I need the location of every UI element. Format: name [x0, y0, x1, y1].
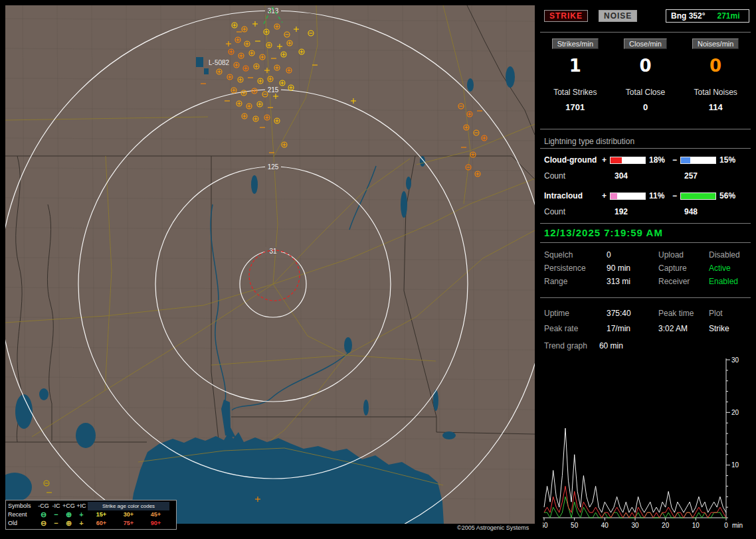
minus-sign: − [672, 155, 677, 165]
svg-text:20: 20 [731, 409, 739, 416]
close-per-min-button[interactable]: Close/min [624, 38, 667, 49]
svg-text:20: 20 [662, 522, 670, 529]
count-label: Count [544, 171, 614, 181]
legend-symbol: + [75, 510, 88, 519]
receiver-status: Enabled [709, 277, 749, 286]
persistence-value: 90 min [607, 264, 658, 273]
cg-plus-count: 304 [614, 171, 684, 181]
svg-text:50: 50 [571, 522, 579, 529]
cg-plus-bar [610, 157, 646, 164]
trend-graph-label: Trend graph [544, 341, 587, 350]
squelch-label: Squelch [544, 250, 607, 260]
svg-text:10: 10 [692, 522, 700, 529]
trend-window-value: 60 min [599, 341, 623, 350]
strikes-per-min-button[interactable]: Strikes/min [552, 38, 599, 49]
svg-text:0: 0 [724, 522, 728, 529]
legend-cell: Symbols [8, 502, 37, 510]
legend-symbol: − [50, 519, 62, 528]
cloud-ground-label: Cloud-ground [544, 155, 599, 165]
legend-cell: -CG [37, 502, 50, 510]
total-noises-label: Total Noises [680, 88, 751, 97]
total-strikes-value: 1701 [540, 102, 611, 112]
total-noises-value: 114 [680, 102, 751, 112]
uptime-value: 375:40 [607, 309, 658, 318]
ring-label: 125 [268, 163, 279, 171]
legend-symbol: + [75, 519, 88, 528]
distribution-title: Lightning type distribution [540, 137, 751, 149]
peak-rate-value: 17/min [607, 324, 658, 333]
svg-text:30: 30 [731, 356, 739, 364]
age-code: 60+ [88, 519, 115, 528]
strike-map[interactable]: 31321512531 L-5082 [5, 5, 535, 524]
cg-minus-count: 257 [684, 171, 749, 181]
persistence-label: Persistence [544, 264, 607, 273]
trend-graph: 1020306050403020100min [543, 356, 747, 532]
age-code: 30+ [115, 510, 142, 519]
age-code: 45+ [142, 510, 169, 519]
ring-label: 215 [268, 86, 279, 94]
plot-value: Strike [709, 324, 749, 333]
age-code: 15+ [88, 510, 115, 519]
ic-minus-count: 948 [684, 207, 749, 216]
plus-sign: + [602, 191, 607, 200]
upload-status: Disabled [709, 250, 749, 260]
plot-label: Plot [709, 309, 749, 318]
noise-indicator[interactable]: NOISE [599, 10, 637, 22]
divider [540, 32, 751, 33]
datetime-display: 12/13/2025 7:19:59 AM [540, 223, 751, 243]
receiver-label: Receiver [658, 277, 709, 286]
map-canvas[interactable]: 31321512531 L-5082 [5, 5, 535, 524]
age-codes-title: Strike age color codes [88, 502, 169, 510]
bearing-box: Bng 352° 271mi [666, 9, 749, 23]
ic-minus-pct: 56% [719, 191, 739, 200]
storm-cell-label: L-5082 [209, 59, 230, 66]
legend-symbol: ⊖ [37, 510, 50, 519]
uptime-label: Uptime [544, 309, 607, 318]
ic-plus-bar [610, 193, 646, 200]
ic-plus-count: 192 [614, 207, 684, 216]
svg-text:60: 60 [543, 522, 548, 529]
svg-text:10: 10 [731, 461, 739, 469]
cg-plus-pct: 18% [649, 155, 669, 165]
ic-minus-bar [680, 193, 716, 200]
ring-label: 31 [269, 248, 277, 255]
legend-cell: Recent [8, 510, 37, 519]
legend-symbol: ⊖ [37, 519, 50, 528]
age-code: 90+ [142, 519, 169, 528]
strikes-per-min-value: 1 [540, 56, 611, 76]
divider [540, 129, 751, 129]
strike-indicator[interactable]: STRIKE [544, 10, 588, 22]
svg-text:30: 30 [631, 522, 639, 529]
bearing-label: Bng 352° [671, 11, 705, 21]
minus-sign: − [672, 191, 677, 200]
legend-cell: +CG [62, 502, 75, 510]
legend-symbol: − [50, 510, 62, 519]
svg-text:min: min [732, 522, 743, 529]
peak-rate-label: Peak rate [544, 324, 607, 333]
age-code: 75+ [115, 519, 142, 528]
noises-per-min-button[interactable]: Noises/min [692, 38, 739, 49]
peak-time-value: 3:02 AM [658, 324, 709, 333]
cg-minus-pct: 15% [719, 155, 739, 165]
total-strikes-label: Total Strikes [540, 88, 611, 97]
noises-per-min-value: 0 [680, 56, 751, 76]
plus-sign: + [602, 155, 607, 165]
legend-cell: +IC [75, 502, 88, 510]
total-close-label: Total Close [611, 88, 681, 97]
legend-symbol: ⊕ [62, 510, 75, 519]
peak-time-label: Peak time [658, 309, 709, 318]
range-label: Range [544, 277, 607, 286]
range-value: 313 mi [607, 277, 658, 286]
divider [540, 297, 751, 298]
capture-status: Active [709, 264, 749, 273]
count-label: Count [544, 207, 614, 216]
total-close-value: 0 [611, 102, 681, 112]
control-panel: STRIKE NOISE Bng 352° 271mi Strikes/min … [540, 5, 751, 534]
legend-cell: Old [8, 519, 37, 528]
legend-grid: Symbols-CG-IC+CG+ICStrike age color code… [8, 502, 174, 528]
map-legend: Symbols-CG-IC+CG+ICStrike age color code… [5, 500, 177, 530]
capture-label: Capture [658, 264, 709, 273]
cg-minus-bar [680, 157, 716, 164]
intracloud-label: Intracloud [544, 191, 599, 200]
squelch-value: 0 [607, 250, 658, 260]
